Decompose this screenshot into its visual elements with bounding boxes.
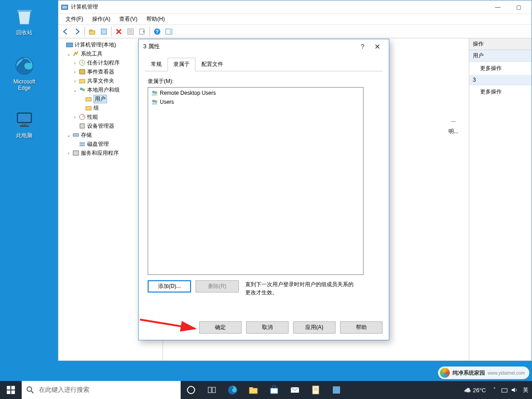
toolbar-export-icon[interactable]: [137, 26, 148, 37]
recycle-bin-icon: [14, 5, 35, 27]
svg-rect-27: [79, 142, 85, 144]
toolbar-back[interactable]: [60, 26, 71, 37]
taskbar-mail[interactable]: [285, 381, 305, 399]
toolbar-help[interactable]: ?: [152, 26, 163, 37]
tray-network-icon[interactable]: [499, 381, 509, 399]
svg-rect-25: [80, 124, 84, 128]
svg-rect-2: [18, 114, 31, 122]
menu-help[interactable]: 帮助(H): [142, 14, 169, 24]
taskbar-weather[interactable]: ☁️ 26°C: [464, 387, 486, 394]
mmc-menubar: 文件(F) 操作(A) 查看(V) 帮助(H): [58, 14, 532, 25]
watermark-name: 纯净系统家园: [453, 369, 485, 377]
ok-button[interactable]: 确定: [199, 321, 242, 334]
svg-rect-8: [89, 30, 92, 31]
svg-rect-28: [79, 144, 85, 146]
svg-text:?: ?: [156, 29, 159, 34]
svg-rect-18: [79, 70, 85, 74]
taskbar-store[interactable]: [264, 381, 285, 399]
dialog-title: 3 属性: [143, 42, 355, 51]
toolbar-forward[interactable]: [72, 26, 83, 37]
member-of-label: 隶属于(M):: [148, 78, 380, 85]
watermark-url: www.yidaimei.com: [488, 371, 525, 376]
remove-button[interactable]: 删除(R): [196, 280, 239, 292]
add-button[interactable]: 添加(D)...: [148, 280, 191, 292]
list-item[interactable]: Remote Desktop Users: [149, 88, 362, 97]
mmc-title: 计算机管理: [71, 3, 487, 11]
desktop-label: 此电脑: [6, 132, 42, 139]
toolbar-up[interactable]: [87, 26, 98, 37]
taskbar-cortana[interactable]: [181, 381, 201, 399]
svg-point-33: [152, 100, 155, 102]
svg-rect-47: [249, 388, 257, 394]
menu-file[interactable]: 文件(F): [61, 14, 88, 24]
toolbar-properties[interactable]: [98, 26, 109, 37]
member-of-listbox[interactable]: Remote Desktop Users Users: [148, 87, 364, 275]
taskbar-explorer[interactable]: [243, 381, 264, 399]
menu-action[interactable]: 操作(A): [88, 14, 115, 24]
taskbar: 在此键入进行搜索 ☁️ 26°C ˄ 英: [0, 381, 532, 399]
mmc-toolbar: ?: [58, 25, 532, 38]
svg-rect-45: [212, 387, 215, 393]
actions-more-1[interactable]: 更多操作: [469, 62, 532, 75]
cancel-button[interactable]: 取消: [246, 321, 289, 334]
desktop-this-pc[interactable]: 此电脑: [6, 108, 42, 139]
tray-ime[interactable]: 英: [519, 381, 532, 399]
svg-point-41: [27, 387, 32, 391]
svg-rect-40: [11, 390, 15, 394]
minimize-button[interactable]: —: [487, 0, 508, 14]
svg-rect-9: [101, 29, 107, 34]
maximize-button[interactable]: ▢: [508, 0, 529, 14]
list-item-label: Users: [160, 99, 174, 105]
group-icon: [151, 89, 158, 97]
desktop-edge[interactable]: Microsoft Edge: [6, 55, 42, 91]
help-button[interactable]: 帮助: [340, 321, 383, 334]
svg-point-31: [154, 91, 157, 94]
svg-line-42: [31, 391, 33, 393]
properties-dialog: 3 属性 ? ✕ 常规 隶属于 配置文件 隶属于(M): Remote Desk…: [138, 39, 389, 340]
toolbar-show-actions[interactable]: [163, 26, 174, 37]
svg-rect-19: [79, 79, 85, 83]
tab-member-of[interactable]: 隶属于: [168, 58, 196, 71]
list-item[interactable]: Users: [149, 97, 362, 107]
svg-rect-48: [249, 387, 253, 389]
dialog-titlebar[interactable]: 3 属性 ? ✕: [139, 39, 389, 54]
svg-rect-49: [271, 388, 278, 394]
svg-rect-55: [502, 389, 507, 392]
desktop-recycle-bin[interactable]: 回收站: [6, 5, 42, 37]
tray-volume-icon[interactable]: [509, 381, 519, 399]
svg-rect-38: [11, 386, 15, 390]
dialog-help-button[interactable]: ?: [355, 43, 370, 50]
toolbar-refresh-icon[interactable]: [125, 26, 136, 37]
start-button[interactable]: [0, 381, 22, 399]
mmc-titlebar: 计算机管理 — ▢: [58, 0, 532, 14]
tab-profile[interactable]: 配置文件: [196, 58, 229, 71]
edge-icon: [14, 55, 35, 77]
svg-rect-37: [7, 386, 10, 390]
tab-general[interactable]: 常规: [145, 58, 168, 71]
desktop-label: Edge: [6, 85, 42, 91]
taskbar-edge[interactable]: [222, 381, 243, 399]
group-icon: [151, 98, 158, 106]
taskbar-app[interactable]: [326, 381, 347, 399]
tray-chevron-up-icon[interactable]: ˄: [490, 381, 499, 399]
svg-rect-39: [7, 390, 10, 394]
actions-more-2[interactable]: 更多操作: [469, 85, 532, 98]
taskbar-taskview[interactable]: [201, 381, 222, 399]
desktop-label: 回收站: [6, 29, 42, 37]
monitor-icon: [14, 108, 35, 130]
clipped-text: 明...: [448, 128, 458, 135]
svg-rect-4: [20, 125, 29, 127]
taskbar-search[interactable]: 在此键入进行搜索: [22, 381, 181, 399]
toolbar-delete[interactable]: [113, 26, 124, 37]
actions-group-users[interactable]: 用户: [469, 50, 532, 62]
desktop-label: Microsoft: [6, 79, 42, 85]
actions-group-3[interactable]: 3: [469, 75, 532, 85]
menu-view[interactable]: 查看(V): [115, 14, 142, 24]
svg-rect-3: [22, 124, 27, 125]
taskbar-notepad[interactable]: [305, 381, 326, 399]
svg-rect-44: [208, 387, 211, 393]
dialog-close-button[interactable]: ✕: [370, 42, 384, 51]
hint-text: 直到下一次用户登录时对用户的组成员关系的更改才生效。: [245, 280, 358, 297]
dialog-tabs: 常规 隶属于 配置文件: [145, 57, 383, 71]
apply-button[interactable]: 应用(A): [293, 321, 336, 334]
